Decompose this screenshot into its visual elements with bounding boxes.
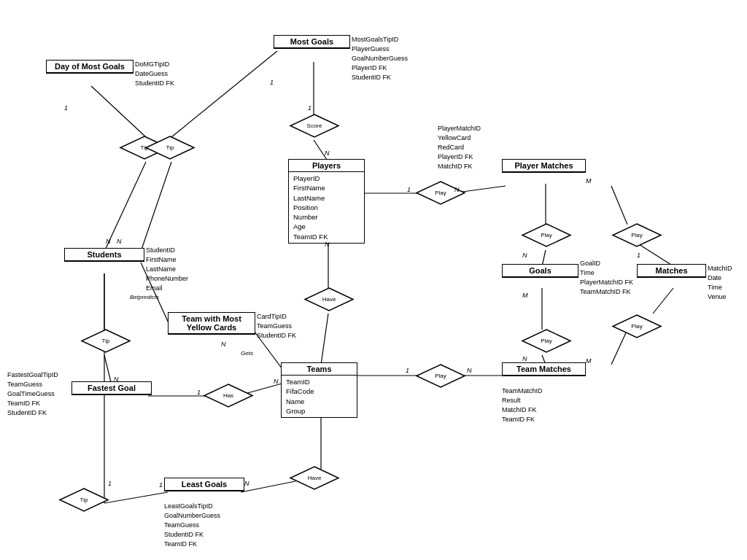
svg-text:Tip: Tip	[80, 497, 88, 503]
card-has-n: N	[274, 378, 279, 385]
fastest-goal-entity: Fastest Goal	[71, 381, 152, 395]
tip-diamond-fastest: Tip	[80, 328, 131, 354]
svg-line-7	[611, 186, 627, 225]
tip-diamond-right: Tip	[144, 135, 196, 160]
students-title: Students	[65, 249, 144, 261]
day-of-most-goals-attrs: DoMGTipIDDateGuessStudentID FK	[135, 60, 174, 88]
card-play-n: N	[454, 186, 460, 193]
svg-text:Tip: Tip	[166, 144, 174, 151]
card-n-players: N	[325, 241, 330, 248]
team-matches-title: Team Matches	[503, 363, 585, 376]
svg-text:Tip: Tip	[102, 338, 110, 344]
fastest-goal-title: Fastest Goal	[72, 382, 151, 394]
svg-text:Play: Play	[541, 232, 552, 238]
teams-attrs: TeamIDFifaCodeNameGroup	[282, 376, 357, 417]
svg-line-19	[141, 162, 171, 252]
svg-text:Play: Play	[435, 373, 446, 379]
students-entity: Students	[64, 248, 144, 262]
players-entity: Players PlayerIDFirstNameLastNamePositio…	[288, 159, 365, 244]
goals-entity: Goals	[502, 264, 578, 278]
svg-text:Play: Play	[541, 338, 552, 344]
team-most-yc-title: Team with MostYellow Cards	[169, 313, 255, 334]
er-diagram-lines	[0, 0, 747, 560]
card-goals-m: M	[522, 292, 528, 299]
card-least-n: N	[244, 480, 249, 487]
play-diamond-matches-upper: Play	[611, 222, 662, 248]
play-diamond-pm-goals: Play	[521, 222, 572, 248]
svg-line-21	[104, 355, 112, 385]
card-play-pm-m: M	[586, 177, 592, 184]
team-matches-attrs: TeamMatchIDResultMatchID FKTeamID FK	[502, 386, 543, 424]
players-title: Players	[289, 160, 364, 172]
er-diagram-canvas: Most Goals MostGoalsTipIDPlayerGuessGoal…	[0, 0, 747, 560]
has-diamond-fastest: Has	[203, 383, 254, 408]
students-attrs: StudentIDFirstNameLastNamePhoneNumberEma…	[146, 246, 188, 293]
svg-text:Play: Play	[435, 190, 446, 196]
svg-text:Have: Have	[322, 296, 336, 303]
player-matches-attrs: PlayerMatchIDYellowCardRedCardPlayerID F…	[438, 124, 481, 171]
fastest-goal-attrs: FastestGoalTipIDTeamGuessGoalTimeGuessTe…	[7, 370, 58, 418]
play-diamond-goals-tm: Play	[521, 328, 572, 354]
goals-attrs: GoalIDTimePlayerMatchID FKTeamMatchID FK	[580, 259, 633, 297]
svg-text:Have: Have	[308, 475, 322, 481]
day-of-most-goals-title: Day of Most Goals	[47, 61, 133, 73]
svg-text:Play: Play	[631, 323, 643, 330]
svg-text:Score: Score	[307, 122, 322, 129]
least-goals-attrs: LeastGoalsTipIDGoalNumberGuessTeamGuessS…	[164, 502, 220, 549]
card-play-teams-1: 1	[406, 367, 409, 374]
card-play-1: 1	[407, 186, 411, 193]
most-goals-entity: Most Goals	[274, 35, 350, 49]
goals-title: Goals	[503, 265, 578, 277]
svg-line-15	[321, 314, 328, 365]
play-diamond-tm-matches: Play	[611, 314, 662, 339]
matches-title: Matches	[638, 265, 705, 277]
team-most-yc-entity: Team with MostYellow Cards	[168, 312, 255, 335]
matches-entity: Matches	[637, 264, 706, 278]
tip-diamond-least-left: Tip	[58, 487, 109, 513]
teams-title: Teams	[282, 363, 357, 376]
betpredicts-label: Betpredicts	[130, 294, 159, 300]
card-play-goals-n: N	[522, 252, 527, 259]
least-goals-entity: Least Goals	[164, 478, 244, 491]
most-goals-title: Most Goals	[274, 36, 349, 48]
have-diamond: Have	[303, 287, 355, 312]
svg-line-26	[104, 492, 168, 503]
team-most-yc-attrs: CardTipIDTeamGuessStudentID FK	[257, 312, 296, 341]
least-goals-title: Least Goals	[165, 478, 244, 491]
card-play-tmm-m: M	[586, 357, 592, 365]
svg-line-16	[91, 86, 146, 137]
team-matches-entity: Team Matches	[502, 362, 586, 376]
player-matches-entity: Player Matches	[502, 159, 586, 173]
card-play-tm-n: N	[522, 355, 527, 362]
card-tip-n2: N	[117, 238, 122, 245]
card-score-bot: N	[325, 149, 330, 157]
card-tip-1-right: 1	[270, 79, 274, 86]
card-tip-1-left: 1	[64, 104, 68, 112]
svg-text:Has: Has	[223, 392, 233, 399]
most-goals-attrs: MostGoalsTipIDPlayerGuessGoalNumberGuess…	[352, 35, 408, 82]
gets-label: Gets	[241, 350, 253, 357]
have-diamond-least: Have	[289, 465, 340, 491]
card-play-matches-1: 1	[637, 252, 640, 259]
svg-line-11	[653, 288, 673, 314]
score-diamond: Score	[289, 113, 340, 139]
card-fastest-n: N	[114, 376, 119, 383]
teams-entity: Teams TeamIDFifaCodeNameGroup	[281, 362, 357, 418]
card-tip-n1: N	[106, 238, 111, 245]
card-has-1: 1	[197, 389, 201, 396]
card-tip-least-1: 1	[108, 480, 112, 487]
play-diamond-teams-tm: Play	[415, 363, 466, 389]
players-attrs: PlayerIDFirstNameLastNamePositionNumberA…	[289, 172, 364, 243]
card-score-top: 1	[308, 104, 311, 112]
matches-attrs: MatchIDDateTimeVenue	[708, 264, 732, 302]
svg-text:Play: Play	[631, 232, 643, 238]
card-least-1: 1	[159, 481, 163, 489]
svg-line-18	[171, 51, 277, 137]
player-matches-title: Player Matches	[503, 160, 585, 172]
card-yc-n: N	[221, 341, 226, 348]
day-of-most-goals-entity: Day of Most Goals	[46, 60, 133, 74]
card-play-teams-n: N	[467, 367, 472, 374]
